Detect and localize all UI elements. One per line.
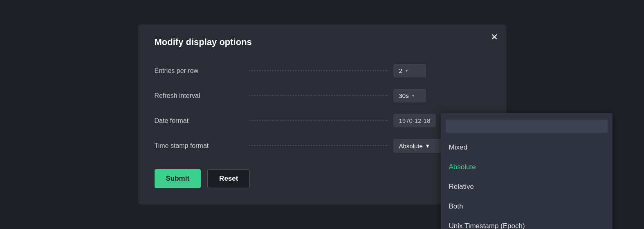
submit-button[interactable]: Submit bbox=[155, 169, 201, 188]
timestamp-dropdown[interactable]: Absolute ▾ bbox=[393, 139, 442, 153]
dropdown-item-absolute[interactable]: Absolute bbox=[441, 157, 613, 177]
entries-chevron-icon: ▾ bbox=[406, 68, 408, 73]
entries-value: 2 bbox=[399, 67, 402, 74]
dropdown-item-relative[interactable]: Relative bbox=[441, 177, 613, 197]
dotted-separator-4 bbox=[249, 145, 388, 146]
refresh-chevron-icon: ▾ bbox=[412, 93, 414, 98]
timestamp-format-label: Time stamp format bbox=[155, 142, 245, 150]
modal-content-area: Entries per row 2 ▾ Refresh interval 30s… bbox=[155, 64, 490, 153]
refresh-control-wrapper: 30s ▾ bbox=[393, 89, 426, 102]
timestamp-chevron-icon: ▾ bbox=[426, 142, 429, 150]
dotted-separator-3 bbox=[249, 120, 388, 121]
timestamp-value: Absolute bbox=[399, 143, 423, 150]
refresh-interval-row: Refresh interval 30s ▾ bbox=[155, 89, 490, 102]
modal: Modify display options ✕ Entries per row… bbox=[138, 25, 506, 204]
date-control-wrapper: 1970-12-18 bbox=[393, 114, 436, 127]
close-button[interactable]: ✕ bbox=[491, 33, 498, 42]
refresh-interval-label: Refresh interval bbox=[155, 92, 245, 100]
refresh-dropdown[interactable]: 30s ▾ bbox=[393, 89, 426, 102]
refresh-value: 30s bbox=[399, 92, 409, 99]
dropdown-item-mixed[interactable]: Mixed bbox=[441, 138, 613, 157]
dotted-separator-1 bbox=[249, 70, 388, 71]
dropdown-item-unix[interactable]: Unix Timestamp (Epoch) bbox=[441, 216, 613, 229]
dropdown-search-input[interactable] bbox=[446, 120, 608, 133]
date-format-label: Date format bbox=[155, 117, 245, 125]
entries-per-row-row: Entries per row 2 ▾ bbox=[155, 64, 490, 77]
entries-per-row-label: Entries per row bbox=[155, 67, 245, 75]
timestamp-control-wrapper: Absolute ▾ bbox=[393, 139, 442, 153]
dotted-separator-2 bbox=[249, 95, 388, 96]
dropdown-item-both[interactable]: Both bbox=[441, 197, 613, 216]
entries-control-wrapper: 2 ▾ bbox=[393, 64, 426, 77]
reset-button[interactable]: Reset bbox=[207, 169, 250, 188]
form-actions: Submit Reset bbox=[155, 169, 490, 188]
entries-dropdown[interactable]: 2 ▾ bbox=[393, 64, 426, 77]
modal-title: Modify display options bbox=[155, 37, 490, 48]
timestamp-format-row: Time stamp format Absolute ▾ bbox=[155, 139, 490, 153]
timestamp-dropdown-popup: Mixed Absolute Relative Both Unix Timest… bbox=[441, 113, 613, 229]
modal-backdrop: Modify display options ✕ Entries per row… bbox=[0, 0, 644, 229]
date-format-row: Date format 1970-12-18 bbox=[155, 114, 490, 127]
date-value: 1970-12-18 bbox=[393, 114, 436, 127]
